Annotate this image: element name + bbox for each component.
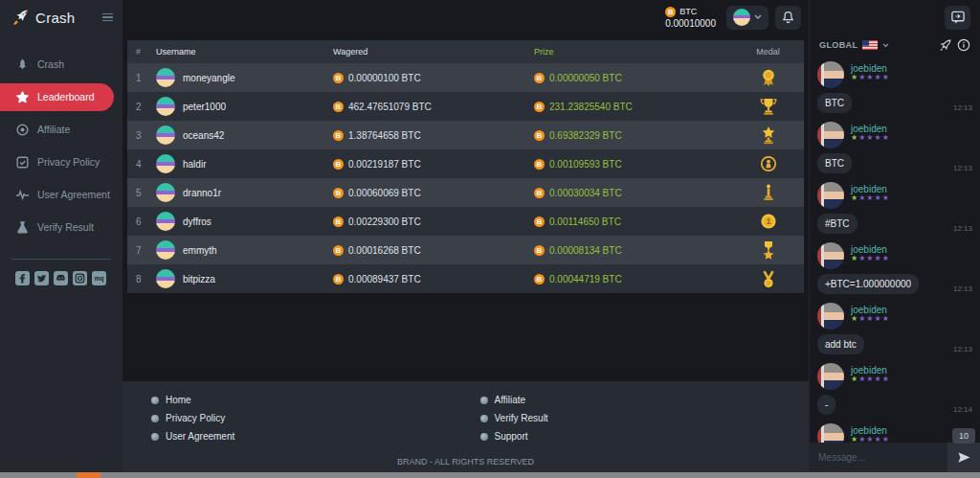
prize-cell: B231.23825540 BTC: [534, 102, 732, 112]
medal-trophy-icon: [732, 97, 804, 116]
rocket-boost-icon[interactable]: [938, 38, 952, 53]
footer-links-left: HomePrivacy PolicyUser Agreement: [151, 395, 480, 442]
chat-user-avatar[interactable]: [817, 423, 844, 443]
bullet-icon: [480, 397, 488, 404]
bitcoin-icon: B: [534, 102, 545, 112]
wagered-amount: 0.00229300 BTC: [348, 216, 421, 227]
table-row[interactable]: 3oceans42B1.38764658 BTCB0.69382329 BTC: [127, 121, 804, 149]
chat-messages[interactable]: joebiden★★★★★BTC12:13joebiden★★★★★BTC12:…: [810, 56, 980, 443]
info-icon[interactable]: [957, 38, 970, 52]
rank-cell: 4: [127, 159, 156, 170]
chat-user-avatar[interactable]: [817, 122, 844, 148]
sidebar-item-verify-result[interactable]: Verify Result: [0, 214, 122, 241]
wallet-balance[interactable]: B BTC 0.00010000: [665, 7, 716, 29]
hamburger-menu-icon[interactable]: [102, 13, 113, 22]
table-row[interactable]: 6dyffrosB0.00229300 BTCB0.00114650 BTC1: [127, 207, 804, 236]
chevron-down-icon[interactable]: [882, 43, 889, 48]
footer-link-verify-result[interactable]: Verify Result: [480, 413, 810, 423]
user-menu-button[interactable]: [726, 6, 768, 30]
header-rank: #: [127, 47, 156, 57]
table-row[interactable]: 2peter1000B462.47651079 BTCB231.23825540…: [127, 92, 804, 121]
bitcoin-icon: B: [534, 73, 545, 83]
footer-link-privacy-policy[interactable]: Privacy Policy: [151, 413, 480, 423]
notifications-button[interactable]: [775, 6, 801, 30]
footer-link-affiliate[interactable]: Affiliate: [480, 395, 810, 405]
bullet-icon: [151, 415, 159, 422]
player-avatar: [156, 125, 175, 145]
player-avatar: [156, 68, 175, 87]
footer-links-right: AffiliateVerify ResultSupport: [480, 395, 810, 442]
wagered-cell: B0.00229300 BTC: [333, 216, 534, 227]
chat-sidebar: GLOBAL joebiden★★★★★BTC12:13joebiden★★★★…: [809, 0, 980, 478]
unread-count-badge[interactable]: 10: [952, 428, 975, 444]
facebook-icon[interactable]: [15, 271, 30, 289]
chat-user-avatar[interactable]: [817, 242, 844, 269]
scrollbar-thumb[interactable]: [77, 472, 100, 478]
player-avatar: [156, 97, 175, 116]
table-row[interactable]: 4haldirB0.00219187 BTCB0.00109593 BTC: [127, 149, 804, 178]
wagered-cell: B0.00016268 BTC: [333, 245, 534, 256]
bitcoin-icon: B: [333, 274, 344, 285]
user-rating-stars: ★★★★★: [851, 315, 890, 324]
send-message-button[interactable]: [947, 443, 980, 472]
chat-panel-icon: [950, 10, 966, 25]
twitter-icon[interactable]: [34, 271, 49, 289]
footer-link-user-agreement[interactable]: User Agreement: [151, 431, 480, 442]
medal-rosette-icon: [732, 68, 804, 87]
chat-user-avatar[interactable]: [817, 61, 844, 88]
sidebar-item-user-agreement[interactable]: User Agreement: [0, 181, 122, 209]
sidebar-item-crash[interactable]: Crash: [0, 51, 122, 79]
username-text: moneyangle: [183, 73, 234, 83]
username-cell: peter1000: [156, 97, 333, 116]
chat-message-input[interactable]: [810, 443, 947, 472]
bell-icon: [781, 10, 795, 25]
bullet-icon: [480, 433, 488, 441]
sidebar-item-privacy-policy[interactable]: Privacy Policy: [0, 148, 122, 176]
footer-link-home[interactable]: Home: [151, 395, 480, 405]
wagered-amount: 0.00016268 BTC: [348, 245, 421, 256]
username-text: dyffros: [183, 216, 212, 227]
chat-message: joebiden★★★★★+12:14: [817, 423, 972, 443]
prize-amount: 0.00000050 BTC: [549, 73, 622, 83]
username-text: oceans42: [183, 130, 224, 141]
send-icon: [957, 451, 971, 464]
content-spacer: [122, 293, 809, 381]
table-row[interactable]: 5dranno1rB0.00060069 BTCB0.00030034 BTC: [127, 178, 804, 207]
table-row[interactable]: 7emmythB0.00016268 BTCB0.00008134 BTC: [127, 236, 804, 264]
instagram-icon[interactable]: [73, 271, 87, 289]
sidebar-item-affiliate[interactable]: Affiliate: [0, 116, 122, 144]
sidebar-item-label: Leaderboard: [37, 91, 95, 102]
header-medal: Medal: [732, 47, 804, 57]
flask-icon: [16, 221, 29, 234]
chat-toggle-button[interactable]: [945, 6, 970, 30]
us-flag-icon[interactable]: [862, 40, 878, 50]
sidebar-item-leaderboard[interactable]: Leaderboard: [0, 83, 114, 111]
table-row[interactable]: 8bitpizzaB0.00089437 BTCB0.00044719 BTC: [127, 264, 804, 293]
topbar: B BTC 0.00010000: [122, 0, 809, 34]
chat-user-avatar[interactable]: [817, 303, 844, 330]
chat-user-avatar[interactable]: [817, 363, 844, 390]
pulse-icon: [16, 189, 29, 201]
app-window: Crash CrashLeaderboardAffiliatePrivacy P…: [0, 0, 980, 478]
forum-icon[interactable]: mq: [92, 271, 106, 289]
prize-amount: 0.00008134 BTC: [549, 245, 622, 256]
wagered-cell: B0.00219187 BTC: [333, 159, 534, 170]
player-avatar: [156, 154, 175, 173]
chat-message: joebiden★★★★★#BTC12:13: [817, 182, 972, 234]
chat-header: GLOBAL: [810, 34, 980, 56]
prize-amount: 0.69382329 BTC: [549, 130, 622, 141]
rocket-icon: [16, 58, 29, 71]
footer-link-support[interactable]: Support: [480, 431, 810, 442]
bullet-icon: [480, 415, 488, 422]
discord-icon[interactable]: [54, 271, 68, 289]
horizontal-scrollbar[interactable]: [0, 472, 980, 478]
chat-user-avatar[interactable]: [817, 182, 844, 209]
table-row[interactable]: 1moneyangleB0.00000100 BTCB0.00000050 BT…: [127, 63, 804, 92]
sidebar-divider: [11, 259, 111, 260]
username-text: emmyth: [183, 245, 217, 256]
rank-cell: 6: [127, 216, 156, 227]
svg-text:mq: mq: [95, 275, 104, 283]
prize-cell: B0.00044719 BTC: [534, 274, 732, 285]
username-cell: emmyth: [156, 240, 333, 260]
sidebar-item-label: Crash: [37, 58, 64, 70]
